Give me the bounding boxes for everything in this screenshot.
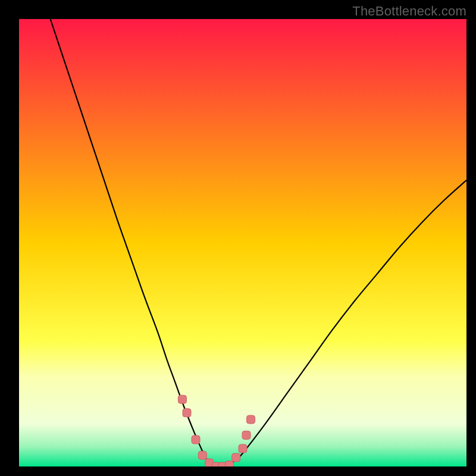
highlight-marker <box>178 395 186 403</box>
highlight-marker <box>198 451 206 459</box>
highlight-marker <box>192 436 200 444</box>
chart-frame: TheBottleneck.com <box>0 0 476 476</box>
highlight-marker <box>225 461 233 466</box>
highlight-marker <box>242 431 250 439</box>
highlight-marker <box>239 444 247 453</box>
curve-layer <box>19 19 466 466</box>
highlight-marker <box>247 415 255 424</box>
highlight-markers <box>178 395 255 466</box>
watermark-text: TheBottleneck.com <box>352 4 466 19</box>
plot-area <box>19 19 466 466</box>
highlight-marker <box>183 409 191 417</box>
bottleneck-curve <box>51 19 466 466</box>
highlight-marker <box>232 453 240 462</box>
